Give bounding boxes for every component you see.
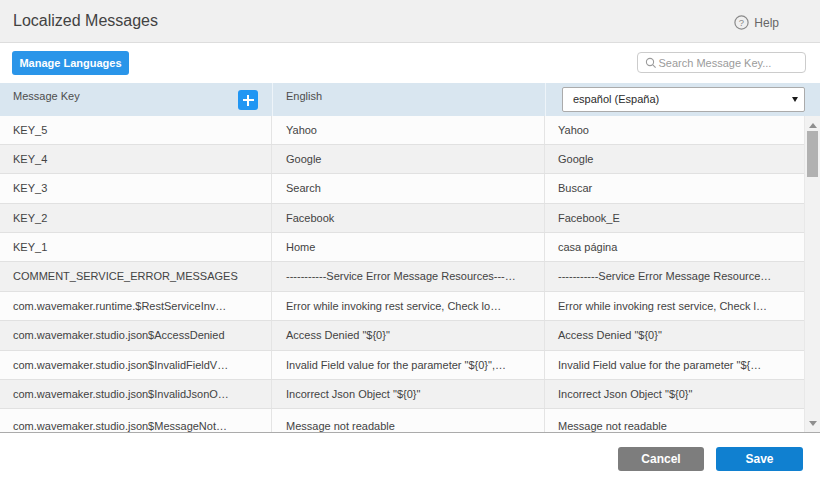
svg-text:?: ? xyxy=(739,17,744,28)
